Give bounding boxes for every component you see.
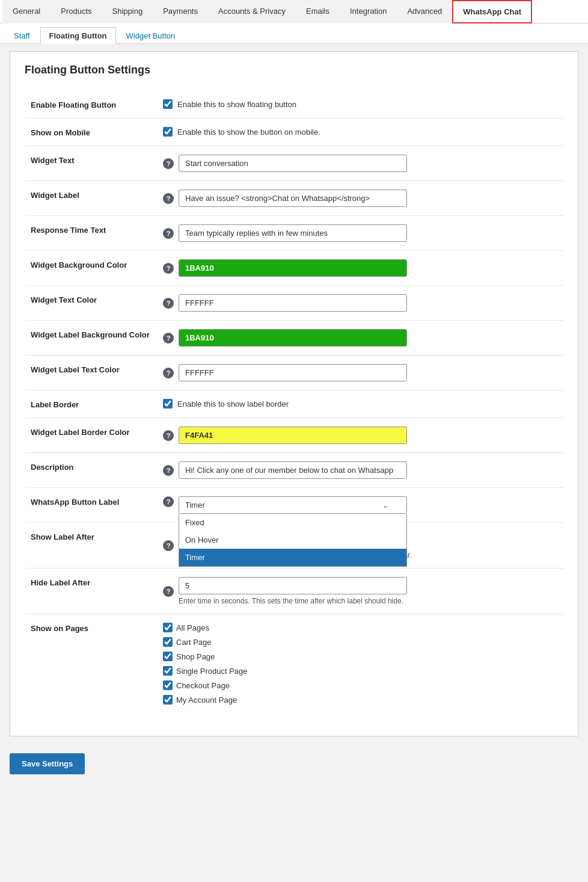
label-whatsapp-button-label: WhatsApp Button Label	[25, 488, 157, 523]
checkbox-shop-page[interactable]	[163, 652, 173, 661]
help-icon-whatsapp-button-label[interactable]: ?	[163, 496, 174, 507]
dropdown-menu-whatsapp-label: Fixed On Hover Timer	[179, 514, 407, 567]
dropdown-item-fixed[interactable]: Fixed	[179, 514, 406, 531]
field-widget-label-bg-color: ? 1BA910	[163, 329, 557, 347]
label-label-border: Label Border	[25, 390, 157, 418]
subtab-widget-button[interactable]: Widget Button	[117, 27, 185, 44]
field-show-mobile: Enable this to show the button on mobile…	[163, 127, 557, 137]
tab-whatsapp-chat[interactable]: WhatsApp Chat	[452, 0, 532, 23]
help-icon-widget-label-border-color[interactable]: ?	[163, 430, 174, 441]
label-show-mobile: Show on Mobile	[25, 119, 157, 146]
row-widget-text-color: Widget Text Color ?	[25, 286, 563, 321]
subtab-staff[interactable]: Staff	[5, 27, 39, 44]
helper-hide-label-after: Enter time in seconds. This sets the tim…	[179, 597, 407, 605]
select-display-whatsapp-label[interactable]: Timer ⌄	[179, 496, 407, 514]
page-item-checkout: Checkout Page	[163, 680, 557, 690]
select-wrapper-whatsapp-label: Timer ⌄ Fixed On Hover Timer	[179, 496, 407, 514]
checkbox-single-product[interactable]	[163, 666, 173, 676]
row-widget-text: Widget Text ?	[25, 146, 563, 181]
tab-products[interactable]: Products	[51, 0, 102, 23]
subtab-floating-button[interactable]: Floating Button	[40, 27, 116, 44]
settings-table: Enable Floating Button Enable this to sh…	[25, 91, 563, 718]
field-widget-label: ?	[163, 190, 557, 207]
row-hide-label-after: Hide Label After ? Enter time in seconds…	[25, 569, 563, 614]
page-item-cart: Cart Page	[163, 637, 557, 647]
label-show-on-pages: Show on Pages	[25, 614, 157, 718]
color-input-widget-label-bg[interactable]: 1BA910	[179, 329, 407, 347]
select-value-whatsapp-label: Timer	[185, 501, 205, 510]
row-whatsapp-button-label: WhatsApp Button Label ? Timer ⌄ Fixed On…	[25, 488, 563, 523]
label-all-pages: All Pages	[176, 623, 209, 632]
label-checkout: Checkout Page	[176, 681, 230, 690]
help-icon-widget-text[interactable]: ?	[163, 158, 174, 169]
checkbox-label-enable-floating: Enable this to show floating button	[177, 100, 296, 109]
checkbox-checkout[interactable]	[163, 680, 173, 690]
checkbox-label-border[interactable]	[163, 399, 173, 409]
tab-shipping[interactable]: Shipping	[102, 0, 153, 23]
checkbox-cart-page[interactable]	[163, 637, 173, 647]
tab-advanced[interactable]: Advanced	[397, 0, 452, 23]
label-show-label-after: Show Label After	[25, 523, 157, 569]
checkbox-enable-floating[interactable]	[163, 99, 173, 109]
row-label-border: Label Border Enable this to show label b…	[25, 390, 563, 418]
checkbox-all-pages[interactable]	[163, 623, 173, 632]
field-widget-text-color: ?	[163, 294, 557, 312]
field-description: ?	[163, 461, 557, 479]
field-widget-label-border-color: ? F4FA41	[163, 427, 557, 444]
color-input-widget-label-border[interactable]: F4FA41	[179, 427, 407, 444]
field-widget-label-text-color: ?	[163, 364, 557, 381]
input-widget-text-color[interactable]	[179, 294, 407, 312]
chevron-down-icon: ⌄	[382, 501, 388, 510]
input-hide-label-after[interactable]	[179, 577, 407, 594]
tab-emails[interactable]: Emails	[296, 0, 340, 23]
help-icon-description[interactable]: ?	[163, 465, 174, 476]
input-description[interactable]	[179, 461, 407, 479]
input-widget-label-text-color[interactable]	[179, 364, 407, 381]
checkbox-label-show-mobile: Enable this to show the button on mobile…	[177, 128, 320, 137]
label-cart-page: Cart Page	[176, 638, 212, 647]
field-response-time: ?	[163, 224, 557, 242]
help-icon-widget-text-color[interactable]: ?	[163, 298, 174, 309]
row-widget-label-bg-color: Widget Label Background Color ? 1BA910	[25, 321, 563, 356]
label-widget-label-bg-color: Widget Label Background Color	[25, 321, 157, 356]
label-widget-label-text-color: Widget Label Text Color	[25, 356, 157, 390]
help-icon-hide-label-after[interactable]: ?	[163, 586, 174, 597]
label-widget-label-border-color: Widget Label Border Color	[25, 418, 157, 453]
tab-accounts-privacy[interactable]: Accounts & Privacy	[208, 0, 296, 23]
row-response-time: Response Time Text ?	[25, 216, 563, 251]
help-icon-widget-label-bg-color[interactable]: ?	[163, 333, 174, 344]
field-show-on-pages: All Pages Cart Page Shop Page Singl	[163, 623, 557, 705]
help-icon-widget-label-text-color[interactable]: ?	[163, 368, 174, 378]
field-widget-text: ?	[163, 155, 557, 172]
input-widget-label[interactable]	[179, 190, 407, 207]
sub-tab-bar: Staff Floating Button Widget Button	[0, 23, 588, 44]
help-icon-show-label-after[interactable]: ?	[163, 540, 174, 551]
checkbox-show-mobile[interactable]	[163, 127, 173, 137]
help-icon-widget-label[interactable]: ?	[163, 193, 174, 204]
label-hide-label-after: Hide Label After	[25, 569, 157, 614]
label-widget-label: Widget Label	[25, 181, 157, 216]
save-button[interactable]: Save Settings	[10, 753, 85, 774]
help-icon-widget-bg-color[interactable]: ?	[163, 263, 174, 274]
label-widget-text: Widget Text	[25, 146, 157, 181]
tab-general[interactable]: General	[2, 0, 51, 23]
label-response-time: Response Time Text	[25, 216, 157, 251]
checkbox-label-label-border: Enable this to show label border	[177, 399, 289, 409]
row-widget-bg-color: Widget Background Color ? 1BA910	[25, 251, 563, 286]
label-enable-floating: Enable Floating Button	[25, 91, 157, 119]
row-enable-floating: Enable Floating Button Enable this to sh…	[25, 91, 563, 119]
row-show-mobile: Show on Mobile Enable this to show the b…	[25, 119, 563, 146]
help-icon-response-time[interactable]: ?	[163, 228, 174, 239]
input-response-time[interactable]	[179, 224, 407, 242]
input-widget-text[interactable]	[179, 155, 407, 172]
color-input-widget-bg[interactable]: 1BA910	[179, 259, 407, 277]
row-show-on-pages: Show on Pages All Pages Cart Page	[25, 614, 563, 718]
checkbox-my-account[interactable]	[163, 695, 173, 705]
tab-payments[interactable]: Payments	[153, 0, 208, 23]
dropdown-item-on-hover[interactable]: On Hover	[179, 531, 406, 549]
tab-integration[interactable]: Integration	[340, 0, 397, 23]
dropdown-item-timer[interactable]: Timer	[179, 549, 406, 566]
label-single-product: Single Product Page	[176, 667, 248, 676]
label-shop-page: Shop Page	[176, 652, 215, 661]
row-widget-label-text-color: Widget Label Text Color ?	[25, 356, 563, 390]
